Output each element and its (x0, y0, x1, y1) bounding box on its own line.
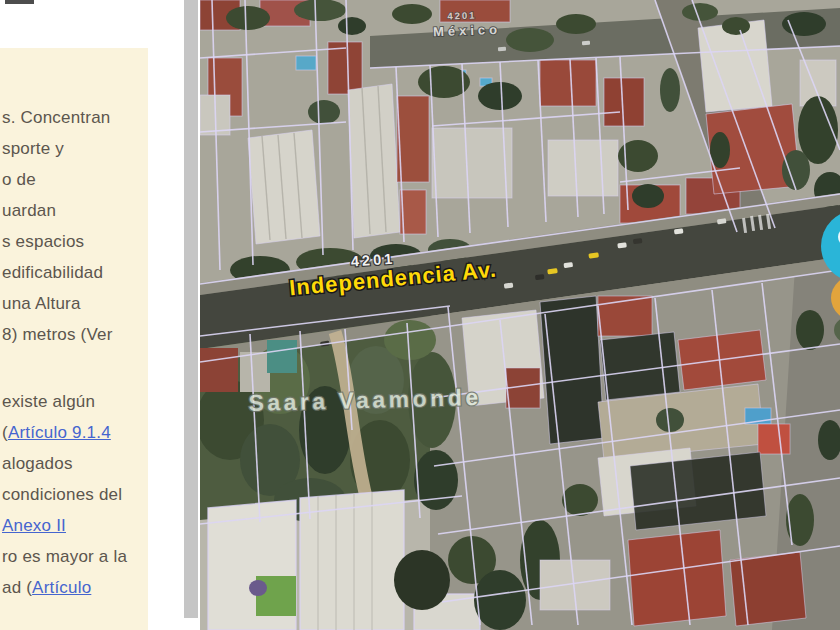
aerial-map: 4201 México 4201 Independencia Av. Saara… (200, 0, 840, 630)
panel-text-line: sporte y (2, 133, 148, 164)
panel-text-line: alogados (2, 448, 148, 479)
truncated-text-fragment (5, 0, 34, 4)
panel-text-line: uardan (2, 195, 148, 226)
panel-text: o de (2, 170, 36, 189)
panel-text: alogados (2, 454, 73, 473)
panel-text-line: 8) metros (Ver (2, 319, 148, 350)
panel-text: existe algún (2, 392, 95, 411)
panel-text: condiciones del (2, 485, 122, 504)
panel-text: s. Concentran (2, 108, 110, 127)
panel-text-line: una Altura (2, 288, 148, 319)
panel-text: sporte y (2, 139, 64, 158)
panel-text-line: Anexo II (2, 510, 148, 541)
panel-text-line: s. Concentran (2, 102, 148, 133)
panel-text-line: condiciones del (2, 479, 148, 510)
panel-text-line: s espacios (2, 226, 148, 257)
page: s. Concentransporte yo deuardans espacio… (0, 0, 840, 630)
panel-text-block: s. Concentransporte yo deuardans espacio… (2, 102, 148, 603)
panel-text: ad ( (2, 578, 32, 597)
panel-text: s espacios (2, 232, 84, 251)
info-panel: s. Concentransporte yo deuardans espacio… (0, 48, 148, 630)
panel-link[interactable]: Artículo (32, 578, 91, 597)
panel-text-line: edificabilidad (2, 257, 148, 288)
street-number-top-label: 4201 (447, 9, 477, 21)
street-top-label: México (433, 22, 502, 39)
panel-text-line: ad (Artículo (2, 572, 148, 603)
panel-text-line: ro es mayor a la (2, 541, 148, 572)
panel-text-line: existe algún (2, 386, 148, 417)
panel-text: edificabilidad (2, 263, 103, 282)
panel-text: ro es mayor a la (2, 547, 127, 566)
panel-text-line: (Artículo 9.1.4 (2, 417, 148, 448)
scrollbar-thumb[interactable] (184, 0, 198, 618)
panel-link[interactable]: Anexo II (2, 516, 66, 535)
panel-text: uardan (2, 201, 56, 220)
panel-text: una Altura (2, 294, 81, 313)
panel-link[interactable]: Artículo 9.1.4 (8, 423, 111, 442)
panel-text: 8) metros (Ver (2, 325, 113, 344)
map-viewport[interactable]: 4201 México 4201 Independencia Av. Saara… (200, 0, 840, 630)
panel-text-line: o de (2, 164, 148, 195)
